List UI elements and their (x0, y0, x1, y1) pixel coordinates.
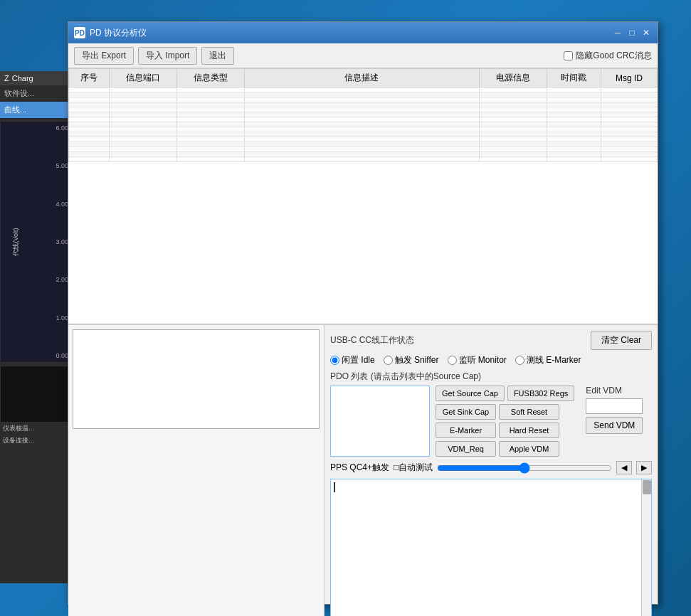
table-row[interactable] (69, 102, 658, 107)
col-msgid: Msg ID (601, 69, 657, 87)
table-row[interactable] (69, 87, 658, 92)
y-val-4: 4.00 (56, 201, 68, 208)
vdm-req-button[interactable]: VDM_Req (436, 441, 496, 457)
radio-sniffer-input[interactable] (384, 356, 393, 365)
get-source-cap-button[interactable]: Get Source Cap (436, 386, 505, 401)
table-row[interactable] (69, 132, 658, 137)
chart-area: 6.00 5.00 4.00 3.00 2.00 1.00 0.00 代线(Vo… (0, 121, 70, 363)
clear-button[interactable]: 清空 Clear (591, 331, 652, 350)
message-table: 序号 信息端口 信息类型 信息描述 电源信息 时间戳 Msg ID (68, 68, 658, 162)
col-type: 信息类型 (176, 69, 244, 87)
y-axis-label: 代线(Volt) (11, 228, 21, 255)
y-val-3: 3.00 (56, 238, 68, 245)
text-scrollbar[interactable] (641, 479, 651, 616)
cc-status-row: USB-C CC线工作状态 清空 Clear (330, 331, 652, 350)
close-button[interactable]: ✕ (640, 27, 652, 38)
vdm-section: Edit VDM Send VDM (586, 386, 643, 434)
apple-vdm-button[interactable]: Apple VDM (499, 441, 559, 457)
maximize-button[interactable]: □ (626, 27, 638, 38)
pdo-buttons: Get Source Cap FUSB302 Regs Get Sink Cap… (436, 386, 574, 457)
radio-idle[interactable]: 闲置 Idle (330, 354, 375, 366)
radio-sniffer-label: 触发 Sniffer (395, 354, 439, 366)
pps-label: PPS QC4+触发 (330, 462, 389, 474)
vdm-input[interactable] (586, 398, 643, 414)
radio-monitor[interactable]: 监听 Monitor (448, 354, 507, 366)
pdo-list[interactable] (330, 386, 430, 457)
table-row[interactable] (69, 142, 658, 147)
radio-emarker-input[interactable] (515, 356, 524, 365)
window-title: PD 协议分析仪 (90, 27, 608, 39)
table-row[interactable] (69, 107, 658, 112)
table-row[interactable] (69, 147, 658, 152)
pdo-label: PDO 列表 (请点击列表中的Source Cap) (330, 371, 652, 383)
waveform-canvas (73, 329, 320, 429)
e-marker-button[interactable]: E-Marker (436, 423, 496, 438)
y-val-2: 2.00 (56, 276, 68, 283)
pdo-btn-row-2: Get Sink Cap Soft Reset (436, 404, 574, 420)
left-panel-header: Z Charg (0, 71, 70, 85)
hard-reset-button[interactable]: Hard Reset (499, 423, 559, 438)
right-panel: USB-C CC线工作状态 清空 Clear 闲置 Idle 触发 Sniffe… (325, 325, 658, 616)
col-desc: 信息描述 (244, 69, 480, 87)
table-row[interactable] (69, 117, 658, 122)
table-row[interactable] (69, 97, 658, 102)
auto-test-label: □自动测试 (394, 462, 433, 474)
col-power: 电源信息 (480, 69, 547, 87)
radio-sniffer[interactable]: 触发 Sniffer (384, 354, 439, 366)
title-bar: PD PD 协议分析仪 ─ □ ✕ (68, 22, 658, 43)
pdo-btn-row-3: E-Marker Hard Reset (436, 423, 574, 438)
pdo-area: PDO 列表 (请点击列表中的Source Cap) Get Source Ca… (330, 371, 652, 457)
hide-crc-checkbox[interactable] (564, 51, 573, 60)
hide-crc-label[interactable]: 隐藏Good CRC消息 (564, 50, 652, 62)
pps-nav-left[interactable]: ◀ (616, 461, 632, 474)
left-panel: Z Charg 软件设... 曲线... 6.00 5.00 4.00 3.00… (0, 71, 71, 583)
device-connect-label: 设备连接... (0, 435, 70, 447)
col-seq: 序号 (69, 69, 110, 87)
bottom-section: USB-C CC线工作状态 清空 Clear 闲置 Idle 触发 Sniffe… (68, 324, 658, 616)
radio-idle-label: 闲置 Idle (342, 354, 375, 366)
radio-monitor-input[interactable] (448, 356, 457, 365)
hide-crc-text: 隐藏Good CRC消息 (576, 50, 652, 62)
y-val-5: 5.00 (56, 162, 68, 169)
radio-emarker[interactable]: 测线 E-Marker (515, 354, 581, 366)
y-val-1: 1.00 (56, 314, 68, 322)
table-body (69, 87, 658, 162)
y-val-6: 6.00 (56, 124, 68, 132)
table-row[interactable] (69, 92, 658, 97)
minimize-button[interactable]: ─ (612, 27, 623, 38)
radio-emarker-label: 测线 E-Marker (527, 354, 581, 366)
left-panel-title: Charg (12, 74, 33, 83)
y-val-0: 0.00 (56, 352, 68, 359)
radio-monitor-label: 监听 Monitor (459, 354, 507, 366)
table-row[interactable] (69, 157, 658, 162)
table-row[interactable] (69, 152, 658, 157)
message-table-container[interactable]: 序号 信息端口 信息类型 信息描述 电源信息 时间戳 Msg ID (68, 68, 658, 324)
table-row[interactable] (69, 122, 658, 127)
table-row[interactable] (69, 112, 658, 117)
window-controls: ─ □ ✕ (612, 27, 652, 38)
canvas-area (68, 325, 325, 616)
radio-group: 闲置 Idle 触发 Sniffer 监听 Monitor 测线 E-Marke… (330, 354, 652, 366)
table-row[interactable] (69, 127, 658, 132)
table-header-row: 序号 信息端口 信息类型 信息描述 电源信息 时间戳 Msg ID (69, 69, 658, 87)
text-scrollbar-thumb[interactable] (643, 480, 651, 494)
import-button[interactable]: 导入 Import (138, 47, 197, 65)
curve-item[interactable]: 曲线... (0, 102, 70, 118)
radio-idle-input[interactable] (330, 356, 339, 365)
app-icon: PD (74, 27, 85, 38)
pdo-btn-row-1: Get Source Cap FUSB302 Regs (436, 386, 574, 401)
export-button[interactable]: 导出 Export (74, 47, 134, 65)
edit-vdm-label: Edit VDM (586, 386, 643, 395)
soft-reset-button[interactable]: Soft Reset (499, 404, 559, 420)
exit-button[interactable]: 退出 (201, 47, 234, 65)
col-port: 信息端口 (110, 69, 177, 87)
mini-chart (0, 366, 70, 423)
table-row[interactable] (69, 137, 658, 142)
pps-slider[interactable] (437, 462, 612, 474)
get-sink-cap-button[interactable]: Get Sink Cap (436, 404, 496, 420)
software-settings-item[interactable]: 软件设... (0, 85, 70, 102)
fusb302-regs-button[interactable]: FUSB302 Regs (507, 386, 574, 401)
pps-nav-right[interactable]: ▶ (636, 461, 652, 474)
text-output[interactable] (330, 479, 652, 616)
send-vdm-button[interactable]: Send VDM (586, 417, 643, 434)
